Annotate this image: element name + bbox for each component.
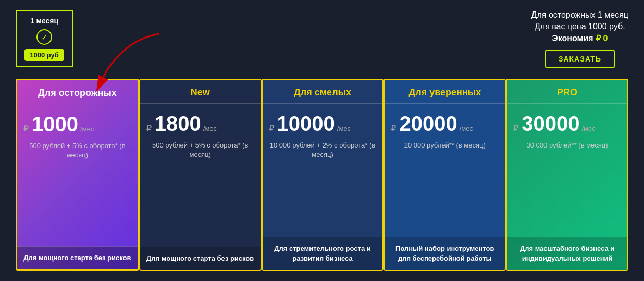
savings-label: Экономия: [552, 34, 593, 43]
card-5-description: 30 000 рублей** (в месяц): [513, 141, 621, 150]
price-badge: 1000 руб: [24, 49, 64, 61]
info-line2: Для вас цена 1000 руб.: [531, 22, 628, 31]
card-2-per: /мес: [203, 125, 217, 132]
period-label: 1 месяц: [30, 17, 58, 25]
card-1-ruble: ₽: [23, 124, 29, 133]
card-3-body: ₽ 10000 /мес 10 000 рублей + 2% с оборот…: [263, 104, 383, 237]
order-button[interactable]: ЗАКАЗАТЬ: [545, 50, 615, 68]
card-4-header: Для уверенных: [385, 80, 505, 104]
card-2-price: ₽ 1800 /мес: [146, 112, 254, 136]
card-3-header: Для смелых: [263, 80, 383, 104]
card-5-per: /мес: [581, 125, 595, 132]
card-2-footer-text: Для мощного старта без рисков: [146, 254, 254, 262]
savings-currency: ₽: [596, 34, 601, 43]
card-1-footer: Для мощного старта без рисков: [17, 246, 138, 269]
card-cautious[interactable]: Для осторожных ₽ 1000 /мес 500 рублей + …: [16, 79, 139, 271]
card-4-footer-text: Полный набор инструментов для бесперебой…: [395, 245, 494, 262]
check-icon: ✓: [36, 29, 52, 45]
savings-text: Экономия ₽ 0: [531, 33, 628, 43]
card-2-title: New: [191, 87, 210, 97]
card-1-per: /мес: [80, 125, 94, 133]
card-2-body: ₽ 1800 /мес 500 рублей + 5% с оборота* (…: [140, 104, 261, 247]
info-panel: Для осторожных 1 месяц Для вас цена 1000…: [531, 10, 628, 68]
card-3-per: /мес: [337, 125, 351, 132]
card-1-number: 1000: [32, 113, 78, 136]
card-4-number: 20000: [399, 112, 457, 136]
card-pro[interactable]: PRO ₽ 30000 /мес 30 000 рублей** (в меся…: [506, 79, 628, 271]
card-3-ruble: ₽: [269, 123, 274, 133]
card-4-footer: Полный набор инструментов для бесперебой…: [385, 237, 505, 270]
card-5-ruble: ₽: [513, 123, 518, 133]
card-3-price: ₽ 10000 /мес: [269, 112, 377, 136]
card-2-ruble: ₽: [146, 123, 152, 133]
card-2-footer: Для мощного старта без рисков: [140, 247, 261, 270]
card-4-title: Для уверенных: [408, 87, 481, 97]
card-5-number: 30000: [522, 112, 579, 136]
card-3-footer: Для стремительного роста и развития бизн…: [263, 237, 383, 270]
card-3-footer-text: Для стремительного роста и развития бизн…: [274, 245, 371, 262]
card-2-description: 500 рублей + 5% с оборота* (в месяц): [146, 141, 254, 160]
card-3-number: 10000: [277, 112, 335, 136]
card-5-footer: Для масштабного бизнеса и индивидуальных…: [507, 237, 627, 270]
card-1-description: 500 рублей + 5% с оборота* (в месяц): [23, 141, 131, 160]
card-5-body: ₽ 30000 /мес 30 000 рублей** (в месяц): [507, 104, 627, 237]
card-3-description: 10 000 рублей + 2% с оборота* (в месяц): [269, 141, 377, 160]
card-5-header: PRO: [507, 80, 627, 104]
arrow-icon: [65, 29, 180, 102]
cards-section: Для осторожных ₽ 1000 /мес 500 рублей + …: [16, 79, 628, 271]
card-5-price: ₽ 30000 /мес: [513, 112, 621, 136]
card-2-number: 1800: [155, 112, 201, 136]
card-1-price: ₽ 1000 /мес: [23, 113, 131, 136]
card-confident[interactable]: Для уверенных ₽ 20000 /мес 20 000 рублей…: [383, 79, 506, 271]
card-1-footer-text: Для мощного старта без рисков: [23, 254, 131, 262]
card-5-title: PRO: [557, 87, 577, 97]
selected-period-box[interactable]: 1 месяц ✓ 1000 руб: [16, 10, 73, 67]
card-new[interactable]: New ₽ 1800 /мес 500 рублей + 5% с оборот…: [139, 79, 262, 271]
card-4-price: ₽ 20000 /мес: [391, 112, 499, 136]
card-4-ruble: ₽: [391, 123, 396, 133]
card-1-body: ₽ 1000 /мес 500 рублей + 5% с оборота* (…: [17, 104, 138, 246]
card-4-description: 20 000 рублей** (в месяц): [391, 141, 499, 150]
card-4-body: ₽ 20000 /мес 20 000 рублей** (в месяц): [385, 104, 505, 237]
savings-value: 0: [603, 34, 608, 43]
card-4-per: /мес: [460, 125, 473, 132]
card-5-footer-text: Для масштабного бизнеса и индивидуальных…: [520, 245, 614, 262]
card-3-title: Для смелых: [294, 87, 351, 97]
page-wrapper: 1 месяц ✓ 1000 руб Для осторожных 1 меся…: [0, 0, 644, 281]
card-bold[interactable]: Для смелых ₽ 10000 /мес 10 000 рублей + …: [262, 79, 384, 271]
info-line1: Для осторожных 1 месяц: [531, 10, 628, 20]
